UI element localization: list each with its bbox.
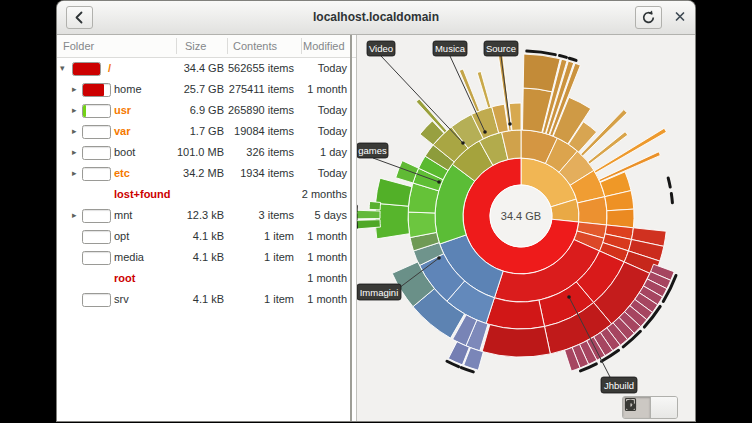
folder-modified: 1 month bbox=[295, 247, 347, 268]
table-scrollbar[interactable] bbox=[350, 35, 352, 421]
chevron-left-icon bbox=[67, 7, 92, 28]
table-row-mnt[interactable]: ▸mnt12.3 kB3 items5 days bbox=[57, 205, 356, 226]
column-header-modified[interactable]: Modified bbox=[303, 35, 345, 57]
folder-name: home bbox=[114, 79, 142, 100]
folder-name: etc bbox=[114, 163, 130, 184]
expander-right-icon[interactable]: ▸ bbox=[72, 142, 77, 163]
folder-name: / bbox=[108, 58, 111, 79]
folder-contents: 19084 items bbox=[227, 121, 294, 142]
column-header-contents[interactable]: Contents bbox=[233, 35, 277, 57]
folder-modified: 1 month bbox=[295, 289, 347, 310]
chart-segment[interactable] bbox=[477, 71, 491, 107]
more-levels-indicator bbox=[569, 58, 576, 60]
column-header-size[interactable]: Size bbox=[185, 35, 206, 57]
chart-label-text: Jhbuild bbox=[604, 380, 634, 391]
folder-name: media bbox=[114, 247, 144, 268]
folder-contents: 1 item bbox=[227, 226, 294, 247]
folder-name: lost+found bbox=[114, 184, 171, 205]
back-button[interactable] bbox=[66, 6, 93, 29]
folder-size: 6.9 GB bbox=[162, 100, 224, 121]
table-row-media[interactable]: media4.1 kB1 item1 month bbox=[57, 247, 356, 268]
expander-right-icon[interactable]: ▸ bbox=[72, 121, 77, 142]
chart-label-text: Video bbox=[369, 43, 393, 54]
usage-gauge bbox=[82, 167, 111, 181]
chart-segment[interactable] bbox=[588, 132, 628, 164]
chart-segment[interactable] bbox=[482, 325, 550, 357]
folder-modified: 1 month bbox=[295, 268, 347, 289]
expander-right-icon[interactable]: ▸ bbox=[72, 163, 77, 184]
chart-center-label: 34.4 GB bbox=[501, 210, 541, 222]
label-pointer-line bbox=[381, 56, 463, 143]
expander-right-icon[interactable]: ▸ bbox=[72, 205, 77, 226]
chart-segment[interactable] bbox=[376, 178, 412, 206]
label-pointer-dot bbox=[508, 122, 512, 126]
view-switcher bbox=[622, 396, 678, 419]
chart-label-text: Source bbox=[486, 43, 516, 54]
folder-size: 34.4 GB bbox=[162, 58, 224, 79]
chart-segment[interactable] bbox=[599, 152, 660, 182]
rings-chart[interactable]: 34.4 GBVideoMusicaSourcegamesImmaginiJhb… bbox=[357, 35, 695, 421]
folder-modified: Today bbox=[295, 58, 347, 79]
treemap-chart-button[interactable] bbox=[650, 397, 677, 418]
expander-down-icon[interactable]: ▾ bbox=[60, 58, 65, 79]
table-row-lost-found[interactable]: lost+found2 months bbox=[57, 184, 356, 205]
folder-contents: 1 item bbox=[227, 289, 294, 310]
chart-segment[interactable] bbox=[357, 210, 380, 219]
close-button[interactable] bbox=[668, 6, 692, 29]
folder-name: mnt bbox=[114, 205, 132, 226]
table-row-home[interactable]: ▸home25.7 GB275411 items1 month bbox=[57, 79, 356, 100]
folder-modified: 1 day bbox=[295, 142, 347, 163]
table-row-boot[interactable]: ▸boot101.0 MB326 items1 day bbox=[57, 142, 356, 163]
headerbar: localhost.localdomain bbox=[57, 1, 695, 35]
usage-gauge bbox=[82, 125, 111, 139]
folder-size: 25.7 GB bbox=[162, 79, 224, 100]
folder-contents: 1934 items bbox=[227, 163, 294, 184]
column-divider bbox=[227, 38, 228, 54]
table-body: ▾/34.4 GB562655 itemsToday▸home25.7 GB27… bbox=[57, 58, 356, 310]
table-row--[interactable]: ▾/34.4 GB562655 itemsToday bbox=[57, 58, 356, 79]
table-row-srv[interactable]: srv4.1 kB1 item1 month bbox=[57, 289, 356, 310]
folder-name: srv bbox=[114, 289, 129, 310]
expander-right-icon[interactable]: ▸ bbox=[72, 79, 77, 100]
folder-modified: Today bbox=[295, 163, 347, 184]
folder-name: opt bbox=[114, 226, 129, 247]
folder-modified: Today bbox=[295, 100, 347, 121]
expander-right-icon[interactable]: ▸ bbox=[72, 100, 77, 121]
window-title: localhost.localdomain bbox=[57, 1, 695, 34]
folder-table-panel: Folder Size Contents Modified ▾/34.4 GB5… bbox=[57, 35, 356, 421]
chart-segment[interactable] bbox=[357, 220, 380, 229]
label-pointer-dot bbox=[483, 130, 487, 134]
usage-gauge bbox=[82, 230, 111, 244]
more-levels-indicator bbox=[671, 194, 672, 203]
usage-gauge bbox=[82, 104, 111, 118]
folder-modified: 1 month bbox=[295, 79, 347, 100]
column-header-folder[interactable]: Folder bbox=[63, 35, 94, 57]
table-row-opt[interactable]: opt4.1 kB1 item1 month bbox=[57, 226, 356, 247]
table-row-var[interactable]: ▸var1.7 GB19084 itemsToday bbox=[57, 121, 356, 142]
refresh-icon bbox=[636, 7, 661, 28]
chart-label-text: games bbox=[358, 145, 387, 156]
close-icon bbox=[668, 15, 692, 30]
folder-size: 101.0 MB bbox=[162, 142, 224, 163]
chart-segment[interactable] bbox=[459, 69, 479, 112]
table-row-usr[interactable]: ▸usr6.9 GB265890 itemsToday bbox=[57, 100, 356, 121]
folder-modified: 1 month bbox=[295, 226, 347, 247]
folder-modified: 2 months bbox=[295, 184, 347, 205]
folder-modified: Today bbox=[295, 121, 347, 142]
usage-gauge bbox=[72, 62, 101, 76]
label-pointer-dot bbox=[567, 295, 571, 299]
folder-name: root bbox=[114, 268, 135, 289]
table-row-root[interactable]: root1 month bbox=[57, 268, 356, 289]
chart-segment[interactable] bbox=[369, 201, 381, 209]
main-content: Folder Size Contents Modified ▾/34.4 GB5… bbox=[57, 35, 695, 421]
folder-name: boot bbox=[114, 142, 135, 163]
usage-gauge bbox=[82, 293, 111, 307]
label-pointer-dot bbox=[461, 141, 465, 145]
label-pointer-dot bbox=[437, 180, 441, 184]
folder-size: 4.1 kB bbox=[162, 289, 224, 310]
chart-segment[interactable] bbox=[486, 298, 544, 329]
folder-size: 12.3 kB bbox=[162, 205, 224, 226]
table-row-etc[interactable]: ▸etc34.2 MB1934 itemsToday bbox=[57, 163, 356, 184]
table-header: Folder Size Contents Modified bbox=[57, 35, 356, 58]
refresh-button[interactable] bbox=[635, 6, 662, 29]
